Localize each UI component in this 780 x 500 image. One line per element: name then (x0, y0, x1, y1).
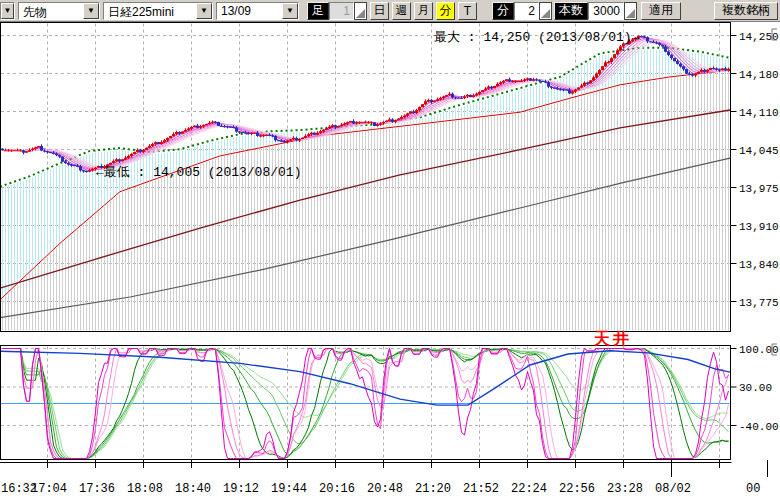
contract-month-combobox[interactable]: 13/09 ▼ (216, 2, 299, 20)
svg-text:14,180: 14,180 (739, 69, 779, 81)
svg-text:14,250: 14,250 (739, 31, 779, 43)
svg-text:13,775: 13,775 (739, 297, 779, 309)
period-minute-button[interactable]: 分 (436, 2, 455, 20)
period-week-button[interactable]: 週 (392, 2, 411, 20)
spinner-icon[interactable] (354, 2, 367, 20)
svg-text:21:52: 21:52 (463, 482, 499, 496)
svg-text:17:04: 17:04 (31, 482, 67, 496)
svg-text:14,045: 14,045 (739, 145, 779, 157)
apply-button[interactable]: 適用 (641, 2, 681, 20)
svg-text:30.00: 30.00 (739, 382, 772, 394)
chart-canvas[interactable]: 14,25014,18014,11014,04513,97513,91013,8… (0, 0, 780, 500)
svg-text:14,110: 14,110 (739, 107, 779, 119)
symbol-value: 日経225mini (104, 3, 196, 19)
svg-text:18:40: 18:40 (175, 482, 211, 496)
svg-text:19:12: 19:12 (223, 482, 259, 496)
svg-text:13,910: 13,910 (739, 221, 779, 233)
toolbar: ▼ 先物 ▼ 日経225mini ▼ 13/09 ▼ 足 1 日 週 月 分 T… (0, 0, 780, 22)
oscillator-lines (0, 349, 730, 459)
svg-text:-40.00: -40.00 (739, 421, 779, 433)
svg-text:100.00: 100.00 (739, 344, 779, 356)
svg-text:20:16: 20:16 (319, 482, 355, 496)
svg-text:13,975: 13,975 (739, 183, 779, 195)
svg-text:13,840: 13,840 (739, 259, 779, 271)
minute-label: 分 (492, 2, 514, 20)
svg-text:22:56: 22:56 (559, 482, 595, 496)
bar-interval-input[interactable]: 1 (329, 2, 354, 20)
svg-text:21:20: 21:20 (415, 482, 451, 496)
ma-band-hatch (3, 50, 729, 331)
min-price-annotation: ←最低 : 14,005 (2013/08/01) (96, 163, 301, 181)
bar-count-label: 本数 (554, 2, 588, 20)
symbol-combobox[interactable]: 日経225mini ▼ (103, 2, 213, 20)
chevron-down-icon[interactable]: ▼ (196, 3, 212, 19)
minute-interval-input[interactable]: 2 (514, 2, 539, 20)
category-value: 先物 (19, 3, 83, 19)
period-tick-button[interactable]: T (458, 2, 477, 20)
svg-text:17:36: 17:36 (79, 482, 115, 496)
period-day-button[interactable]: 日 (370, 2, 389, 20)
period-month-button[interactable]: 月 (414, 2, 433, 20)
chevron-down-icon[interactable]: ▼ (83, 3, 99, 19)
svg-text:20:48: 20:48 (367, 482, 403, 496)
svg-text:19:44: 19:44 (271, 482, 307, 496)
category-combobox[interactable]: 先物 ▼ (18, 2, 100, 20)
svg-text:18:08: 18:08 (127, 482, 163, 496)
svg-text:23:28: 23:28 (607, 482, 643, 496)
bar-type-label: 足 (307, 2, 329, 20)
chart-application-window: 14,25014,18014,11014,04513,97513,91013,8… (0, 0, 780, 500)
ceiling-annotation: 天井 (594, 329, 632, 350)
bar-count-input[interactable]: 3000 (588, 2, 624, 20)
svg-text:22:24: 22:24 (511, 482, 547, 496)
multi-symbol-button[interactable]: 複数銘柄 (714, 2, 778, 20)
contract-month-value: 13/09 (217, 3, 282, 19)
max-price-annotation: 最大 : 14,250 (2013/08/01)→ (434, 28, 639, 46)
spinner-icon[interactable] (624, 2, 637, 20)
spinner-icon[interactable] (539, 2, 552, 20)
clipped-combobox[interactable]: ▼ (0, 2, 15, 20)
svg-text:00: 00 (746, 482, 760, 496)
chevron-down-icon[interactable]: ▼ (282, 3, 298, 19)
chevron-down-icon[interactable]: ▼ (1, 3, 14, 19)
svg-text:08/02: 08/02 (655, 482, 691, 496)
